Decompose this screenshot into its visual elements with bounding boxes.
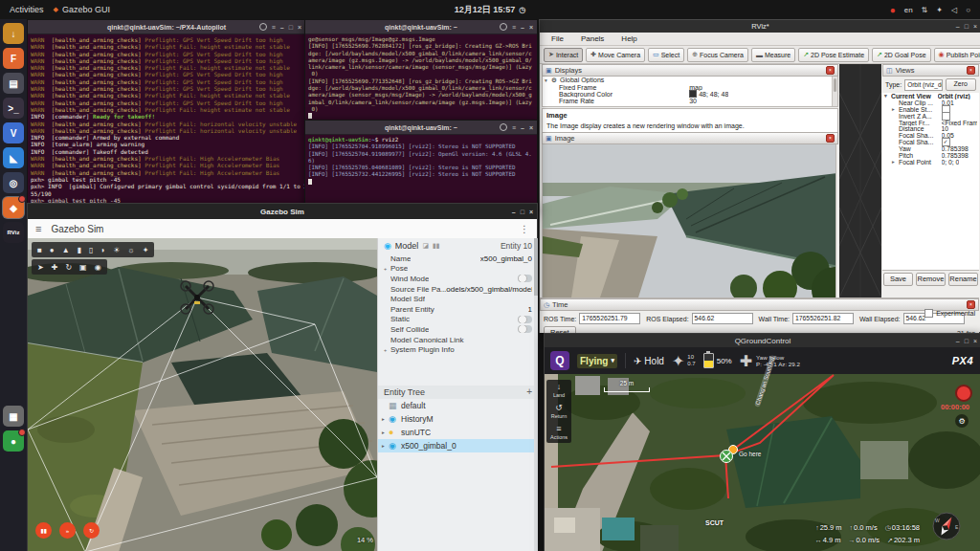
parent-entity-row[interactable]: Parent Entity1 xyxy=(378,304,538,315)
menu-panels[interactable]: Panels xyxy=(573,34,612,43)
remove-view-button[interactable]: Remove xyxy=(916,273,946,286)
recording-indicator[interactable]: ● xyxy=(890,5,896,15)
focal-shape-size-row[interactable]: Focal Sha...0.05 xyxy=(882,132,979,139)
focal-point-row[interactable]: ▸Focal Point0; 0; 0 xyxy=(882,159,979,165)
terminal-window-px4[interactable]: qinkt@qinkt-uavSim: ~/PX4-Autopilot ≡ – … xyxy=(27,19,306,209)
close-icon[interactable]: × xyxy=(529,209,533,215)
search-icon[interactable] xyxy=(500,23,507,31)
close-icon[interactable]: × xyxy=(529,24,533,31)
minimize-icon[interactable]: – xyxy=(512,209,516,215)
yaw-row[interactable]: Yaw0.785398 xyxy=(882,145,979,152)
minimize-icon[interactable]: – xyxy=(956,23,960,30)
experimental-checkbox[interactable]: Experimental xyxy=(924,309,975,318)
frame-rate-row[interactable]: Frame Rate30 xyxy=(543,98,837,104)
go-here-label[interactable]: Go here xyxy=(739,451,762,457)
gazebo-viewport[interactable]: ■●▲▮▯◗☀☼✦ ➤✚↻▣◉ ▮▮ » ↻ 14 % xyxy=(28,238,377,551)
minimize-icon[interactable]: – xyxy=(521,24,524,31)
focus-camera-tool[interactable]: ⊕Focus Camera xyxy=(687,48,748,62)
close-icon[interactable]: × xyxy=(973,23,977,30)
dock-terminal[interactable]: >_ xyxy=(3,98,24,119)
camera-settings-button[interactable]: ⚙ xyxy=(955,414,969,428)
altitude-rel[interactable]: ↑25.9 m xyxy=(815,523,841,532)
close-icon[interactable]: × xyxy=(967,66,975,75)
step-button[interactable]: » xyxy=(59,522,76,539)
terminal3-titlebar[interactable]: qinkt@qinkt-uavSim: ~ ≡ – × xyxy=(305,121,537,135)
compass[interactable]: W E xyxy=(932,512,961,540)
add-entity-icon[interactable]: + xyxy=(526,386,532,397)
interact-tool[interactable]: ➤Interact xyxy=(544,48,583,62)
rviz-3d-view[interactable] xyxy=(839,64,881,298)
pitch-row[interactable]: Pitch0.785398 xyxy=(882,152,979,159)
dock-vscode[interactable]: ◣ xyxy=(3,147,24,168)
capsule-tool[interactable]: ▯ xyxy=(85,242,97,257)
enable-stereo-row[interactable]: ▸Enable St... xyxy=(882,106,979,113)
terminal1-titlebar[interactable]: qinkt@qinkt-uavSim: ~/PX4-Autopilot ≡ – … xyxy=(28,20,305,34)
cone-tool[interactable]: ▲ xyxy=(58,242,74,257)
terminal2-output[interactable]: ge@sensor_msgs/msg/Image@gz.msgs.Image[I… xyxy=(305,34,537,122)
menu-icon[interactable]: ≡ xyxy=(512,24,516,31)
spot-light-tool[interactable]: ✦ xyxy=(139,242,153,257)
flight-mode-button[interactable]: Flying ▾ xyxy=(577,354,617,368)
dock-v-app[interactable]: V xyxy=(3,122,24,143)
toggle-switch[interactable] xyxy=(518,316,532,323)
source-file-row[interactable]: Source File Path...odels/x500_gimbal/mod… xyxy=(378,284,538,295)
sphere-tool[interactable]: ● xyxy=(46,242,58,257)
wind-mode-row[interactable]: Wind Mode xyxy=(378,274,538,284)
select-tool[interactable]: ▭Select xyxy=(648,48,684,62)
name-row[interactable]: Namex500_gimbal_0 xyxy=(378,253,538,264)
image-panel-header[interactable]: ▣ Image × xyxy=(542,132,838,144)
point-light-tool[interactable]: ☀ xyxy=(109,242,123,257)
close-icon[interactable]: × xyxy=(529,124,533,131)
ros-time-field-value[interactable]: 1765526251.79 xyxy=(579,313,640,324)
model-sdf-row[interactable]: Model Sdf xyxy=(378,294,538,304)
entity-sunutc[interactable]: ▸●sunUTC xyxy=(378,426,538,439)
terminal1-output[interactable]: WARN [health_and_arming_checks] Prefligh… xyxy=(28,34,305,212)
scrollbar[interactable] xyxy=(832,77,837,106)
record-button[interactable] xyxy=(955,385,972,402)
flight-status[interactable]: ✈ Hold xyxy=(634,356,664,366)
dock-green-app[interactable]: ● xyxy=(3,430,24,452)
scrollbar[interactable] xyxy=(534,238,538,551)
static-row[interactable]: Static xyxy=(378,315,538,325)
close-icon[interactable]: × xyxy=(826,134,835,143)
time-panel-header[interactable]: ◷ Time × xyxy=(540,298,979,311)
flight-time[interactable]: ◷03:16:58 xyxy=(885,523,920,532)
ros-elapsed-field-value[interactable]: 546.62 xyxy=(692,313,753,324)
actions-button[interactable]: ≡Actions xyxy=(546,422,571,443)
self-collide-row[interactable]: Self Collide xyxy=(378,324,538,335)
goal-pose-tool[interactable]: ↗2D Goal Pose xyxy=(872,48,930,62)
minimize-icon[interactable]: – xyxy=(280,24,284,31)
dock-rviz[interactable]: RViz xyxy=(3,222,24,243)
current-view-row[interactable]: ▾Current ViewOrbit (rviz) xyxy=(882,93,979,99)
entity-historym[interactable]: ▸◉HistoryM xyxy=(378,412,538,426)
terminal-window-bridge[interactable]: qinkt@qinkt-uavSim: ~ ≡ – × ge@sensor_ms… xyxy=(304,19,538,121)
directional-light-tool[interactable]: ☼ xyxy=(123,242,138,257)
pause-button[interactable]: ▮▮ xyxy=(35,522,52,539)
menu-file[interactable]: File xyxy=(544,34,571,43)
bluetooth-icon[interactable]: ✦ xyxy=(936,6,943,14)
pose-row[interactable]: +Pose xyxy=(378,264,538,275)
lock-icon[interactable]: ◪ xyxy=(422,242,429,250)
entity-default[interactable]: ▦default xyxy=(378,399,538,412)
qgc-logo[interactable]: Q xyxy=(550,351,569,370)
rviz-titlebar[interactable]: RViz* – □ × xyxy=(540,20,980,33)
toggle-switch[interactable] xyxy=(518,325,532,333)
qgc-titlebar[interactable]: QGroundControl – □ × xyxy=(545,334,980,347)
power-icon[interactable]: ○ xyxy=(966,6,970,14)
close-icon[interactable]: × xyxy=(826,66,835,75)
dock-dark-app[interactable]: ◎ xyxy=(3,172,24,193)
entity-x500-gimbal[interactable]: ▸◉x500_gimbal_0 xyxy=(378,439,538,452)
minimize-icon[interactable]: – xyxy=(521,124,524,131)
rotate-mode-tool[interactable]: ↻ xyxy=(61,259,76,275)
menu-icon[interactable]: ≡ xyxy=(272,24,276,31)
record-video-tool[interactable]: ◉ xyxy=(91,259,105,275)
invert-z-row[interactable]: Invert Z A... xyxy=(882,113,979,120)
menu-help[interactable]: Help xyxy=(613,34,644,43)
search-icon[interactable] xyxy=(259,23,267,31)
measure-tool[interactable]: ▬Measure xyxy=(751,48,795,62)
terminal-window-rviz[interactable]: qinkt@qinkt-uavSim: ~ ≡ – × qinkt@qinkt-… xyxy=(304,120,538,214)
canonical-link-row[interactable]: Model Canonical Link xyxy=(378,335,538,345)
hamburger-menu-icon[interactable]: ≡ xyxy=(35,223,41,234)
box-tool[interactable]: ■ xyxy=(33,242,46,257)
dock-updater[interactable]: ↓ xyxy=(3,23,24,44)
